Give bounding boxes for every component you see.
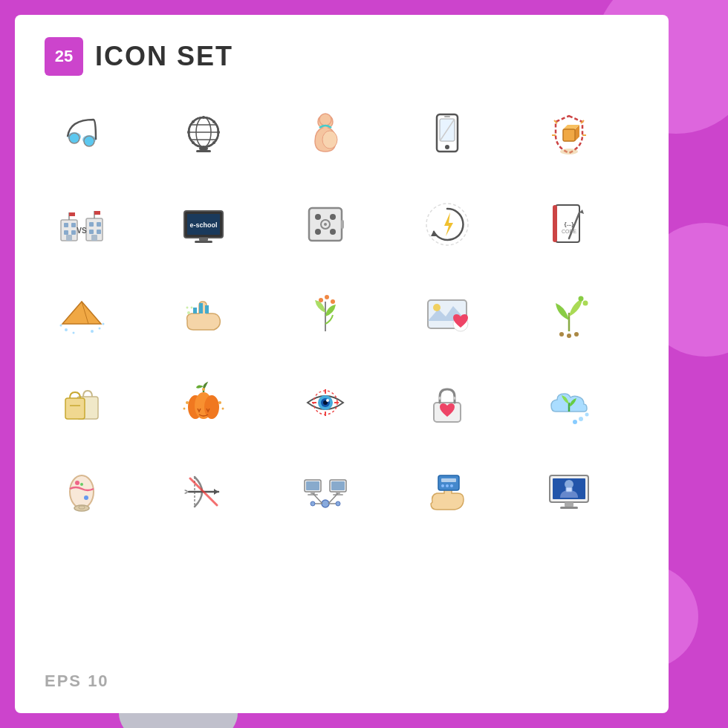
svg-rect-54: [199, 238, 208, 241]
svg-point-82: [191, 307, 193, 309]
svg-rect-38: [71, 230, 76, 235]
svg-point-123: [75, 481, 79, 485]
svg-point-76: [60, 325, 62, 327]
icon-shield-3d: [532, 98, 606, 172]
icon-cloud-plant: [532, 365, 606, 440]
footer: EPS 10: [45, 672, 109, 691]
svg-point-75: [99, 328, 101, 330]
svg-rect-41: [69, 212, 75, 216]
svg-rect-96: [65, 398, 85, 419]
icon-plant-branch: [288, 276, 363, 351]
svg-marker-64: [431, 230, 437, 236]
svg-point-122: [70, 475, 94, 508]
icon-shopping-bags: [45, 365, 119, 440]
svg-point-58: [330, 214, 336, 220]
icons-grid: VS e-school: [45, 98, 639, 529]
svg-point-146: [336, 501, 340, 506]
svg-point-93: [567, 334, 571, 338]
svg-point-83: [186, 307, 189, 309]
svg-rect-135: [308, 494, 318, 495]
icon-versus: VS: [45, 187, 119, 261]
svg-point-104: [218, 401, 221, 404]
svg-point-85: [325, 295, 329, 299]
svg-rect-19: [196, 150, 211, 152]
svg-text:VS: VS: [77, 227, 87, 235]
svg-point-118: [453, 397, 456, 400]
icon-music-notes: [45, 98, 119, 172]
svg-point-74: [91, 330, 94, 333]
svg-point-15: [212, 141, 215, 144]
svg-rect-139: [333, 494, 343, 495]
svg-rect-49: [94, 211, 100, 215]
svg-rect-39: [66, 235, 72, 241]
svg-rect-43: [89, 222, 94, 227]
svg-point-60: [330, 229, 336, 235]
svg-rect-27: [563, 129, 575, 141]
icon-origami: [45, 276, 119, 351]
icon-e-school: e-school: [166, 187, 241, 261]
icon-easter-egg: [45, 455, 119, 529]
icon-pumpkin: [166, 365, 241, 440]
eps-label: EPS 10: [45, 672, 109, 691]
icon-code-file: {...} CODE: [532, 187, 606, 261]
svg-text:{...}: {...}: [565, 221, 574, 227]
icon-pregnancy: [288, 98, 363, 172]
svg-point-106: [202, 388, 205, 391]
svg-rect-157: [566, 487, 572, 492]
svg-rect-47: [91, 235, 97, 241]
icon-dice: [288, 187, 363, 261]
page-title: ICON SET: [95, 41, 233, 72]
icon-image-heart: [410, 276, 484, 351]
icon-power-refresh: [410, 187, 484, 261]
svg-point-59: [315, 229, 321, 235]
svg-rect-44: [97, 222, 101, 227]
main-card: 25 ICON SET: [15, 15, 669, 713]
svg-point-20: [319, 114, 331, 126]
svg-point-77: [103, 323, 105, 325]
svg-rect-79: [199, 303, 203, 313]
svg-point-92: [559, 332, 564, 337]
icon-love-lock: [410, 365, 484, 440]
svg-point-110: [326, 399, 329, 402]
svg-point-29: [560, 149, 578, 155]
svg-point-121: [585, 413, 589, 417]
svg-rect-26: [444, 116, 450, 117]
svg-rect-36: [71, 223, 76, 227]
svg-point-140: [322, 500, 329, 507]
svg-point-117: [438, 397, 441, 400]
svg-point-3: [84, 136, 94, 146]
svg-point-25: [445, 145, 449, 149]
svg-marker-130: [214, 489, 218, 495]
svg-point-105: [222, 408, 224, 410]
svg-point-84: [319, 298, 323, 302]
svg-point-102: [186, 401, 189, 404]
svg-rect-154: [565, 502, 573, 507]
svg-rect-45: [89, 230, 94, 234]
svg-point-145: [311, 501, 315, 506]
icon-eye-target: [288, 365, 363, 440]
svg-rect-127: [79, 506, 85, 509]
svg-point-88: [433, 304, 441, 311]
svg-text:e-school: e-school: [189, 221, 217, 229]
svg-point-150: [446, 484, 449, 487]
svg-rect-46: [97, 230, 101, 234]
svg-point-125: [80, 483, 83, 486]
svg-rect-35: [64, 223, 68, 227]
svg-rect-155: [560, 507, 578, 509]
svg-point-81: [187, 311, 190, 314]
svg-rect-78: [193, 308, 197, 313]
svg-rect-63: [341, 220, 344, 229]
svg-point-10: [187, 131, 190, 134]
svg-point-72: [65, 328, 68, 331]
svg-point-149: [441, 484, 444, 487]
header: 25 ICON SET: [45, 37, 639, 76]
svg-rect-18: [199, 147, 208, 150]
svg-rect-37: [64, 230, 68, 235]
svg-point-103: [183, 408, 186, 410]
icon-globe: [166, 98, 241, 172]
svg-point-21: [322, 131, 337, 149]
svg-point-73: [73, 332, 75, 334]
icon-hand-card: [410, 455, 484, 529]
svg-text:CODE: CODE: [562, 229, 577, 234]
svg-point-12: [202, 116, 205, 119]
